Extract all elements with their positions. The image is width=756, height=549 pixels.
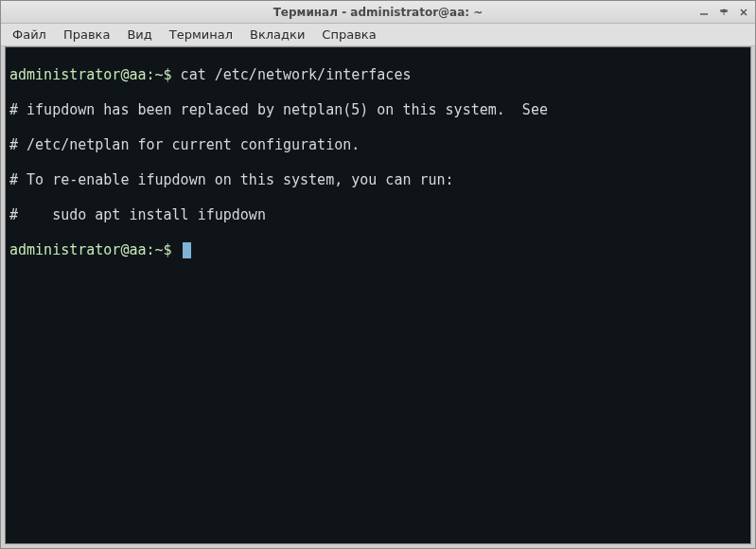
term-line-prompt1: administrator@aa:~$ cat /etc/network/int… [9, 66, 747, 83]
window-controls: + [698, 6, 749, 19]
window-title: Терминал - administrator@aa: ~ [58, 6, 698, 19]
menu-edit[interactable]: Правка [56, 25, 117, 44]
menu-view[interactable]: Вид [119, 25, 159, 44]
minimize-button[interactable] [698, 6, 711, 19]
terminal-content[interactable]: administrator@aa:~$ cat /etc/network/int… [5, 46, 751, 544]
menu-help[interactable]: Справка [314, 25, 383, 44]
prompt-1: administrator@aa:~$ [9, 66, 172, 83]
menu-file[interactable]: Файл [5, 25, 54, 44]
term-output-line: # sudo apt install ifupdown [9, 206, 747, 223]
terminal-window: Терминал - administrator@aa: ~ + Файл Пр… [0, 0, 756, 549]
close-button[interactable] [737, 6, 749, 19]
menubar: Файл Правка Вид Терминал Вкладки Справка [1, 24, 755, 46]
term-output-line: # /etc/netplan for current configuration… [9, 136, 747, 153]
maximize-button[interactable]: + [718, 6, 730, 19]
command-1: cat /etc/network/interfaces [172, 66, 412, 83]
prompt-2: administrator@aa:~$ [9, 241, 172, 258]
minimize-icon [699, 8, 709, 17]
close-icon [739, 8, 748, 17]
term-output-line: # To re-enable ifupdown on this system, … [9, 171, 747, 188]
titlebar[interactable]: Терминал - administrator@aa: ~ + [1, 1, 755, 24]
menu-tabs[interactable]: Вкладки [242, 25, 312, 44]
term-line-prompt2: administrator@aa:~$ [9, 241, 747, 258]
cursor [183, 242, 191, 258]
term-output-line: # ifupdown has been replaced by netplan(… [9, 101, 747, 118]
menu-terminal[interactable]: Терминал [162, 25, 240, 44]
